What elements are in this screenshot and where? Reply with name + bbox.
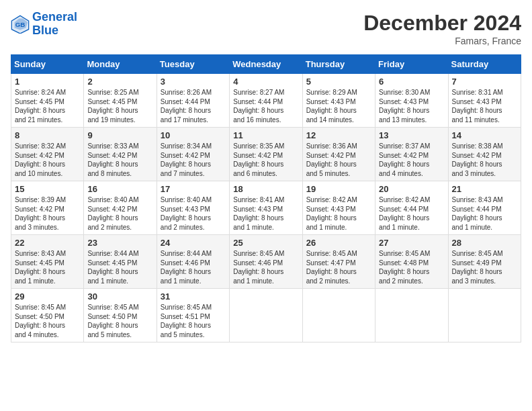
day-header-thursday: Thursday	[302, 55, 375, 74]
day-number: 8	[15, 130, 80, 140]
cell-info: Sunrise: 8:42 AM Sunset: 4:43 PM Dayligh…	[306, 196, 357, 231]
cell-info: Sunrise: 8:45 AM Sunset: 4:46 PM Dayligh…	[233, 250, 284, 285]
calendar-cell: 8Sunrise: 8:32 AM Sunset: 4:42 PM Daylig…	[11, 128, 84, 181]
day-number: 18	[233, 184, 298, 194]
calendar-cell: 18Sunrise: 8:41 AM Sunset: 4:43 PM Dayli…	[230, 181, 302, 235]
day-number: 26	[306, 238, 371, 248]
day-header-sunday: Sunday	[11, 55, 84, 74]
calendar-cell: 20Sunrise: 8:42 AM Sunset: 4:44 PM Dayli…	[375, 181, 448, 235]
calendar-cell	[375, 289, 448, 342]
calendar-cell: 19Sunrise: 8:42 AM Sunset: 4:43 PM Dayli…	[302, 181, 375, 235]
day-number: 16	[87, 184, 152, 194]
location: Famars, France	[363, 36, 521, 46]
day-number: 15	[15, 184, 80, 194]
calendar-cell: 14Sunrise: 8:38 AM Sunset: 4:42 PM Dayli…	[448, 128, 521, 181]
day-number: 7	[452, 77, 517, 87]
cell-info: Sunrise: 8:45 AM Sunset: 4:47 PM Dayligh…	[306, 250, 357, 285]
day-number: 20	[379, 184, 444, 194]
day-number: 19	[306, 184, 371, 194]
calendar-cell: 5Sunrise: 8:29 AM Sunset: 4:43 PM Daylig…	[302, 74, 375, 128]
calendar-cell: 24Sunrise: 8:44 AM Sunset: 4:46 PM Dayli…	[157, 235, 229, 289]
cell-info: Sunrise: 8:39 AM Sunset: 4:42 PM Dayligh…	[15, 196, 66, 231]
cell-info: Sunrise: 8:43 AM Sunset: 4:44 PM Dayligh…	[452, 196, 503, 231]
day-number: 30	[87, 291, 152, 302]
week-row-3: 15Sunrise: 8:39 AM Sunset: 4:42 PM Dayli…	[11, 181, 521, 235]
page-header: GB General Blue December 2024 Famars, Fr…	[11, 11, 521, 46]
calendar-cell: 31Sunrise: 8:45 AM Sunset: 4:51 PM Dayli…	[157, 289, 229, 342]
calendar-cell: 16Sunrise: 8:40 AM Sunset: 4:42 PM Dayli…	[84, 181, 157, 235]
logo-icon: GB	[11, 15, 30, 34]
day-number: 14	[452, 130, 517, 140]
calendar-cell: 1Sunrise: 8:24 AM Sunset: 4:45 PM Daylig…	[11, 74, 84, 128]
calendar-cell: 4Sunrise: 8:27 AM Sunset: 4:44 PM Daylig…	[230, 74, 302, 128]
day-header-tuesday: Tuesday	[157, 55, 229, 74]
week-row-2: 8Sunrise: 8:32 AM Sunset: 4:42 PM Daylig…	[11, 128, 521, 181]
cell-info: Sunrise: 8:32 AM Sunset: 4:42 PM Dayligh…	[15, 142, 66, 177]
day-number: 25	[233, 238, 298, 248]
day-header-saturday: Saturday	[448, 55, 521, 74]
calendar-cell: 21Sunrise: 8:43 AM Sunset: 4:44 PM Dayli…	[448, 181, 521, 235]
calendar-cell: 23Sunrise: 8:44 AM Sunset: 4:45 PM Dayli…	[84, 235, 157, 289]
calendar-cell: 7Sunrise: 8:31 AM Sunset: 4:43 PM Daylig…	[448, 74, 521, 128]
cell-info: Sunrise: 8:42 AM Sunset: 4:44 PM Dayligh…	[379, 196, 430, 231]
day-number: 4	[233, 77, 298, 87]
calendar-table: SundayMondayTuesdayWednesdayThursdayFrid…	[11, 54, 521, 342]
calendar-cell: 10Sunrise: 8:34 AM Sunset: 4:42 PM Dayli…	[157, 128, 229, 181]
calendar-cell: 30Sunrise: 8:45 AM Sunset: 4:50 PM Dayli…	[84, 289, 157, 342]
day-number: 24	[161, 238, 226, 248]
cell-info: Sunrise: 8:45 AM Sunset: 4:51 PM Dayligh…	[161, 304, 212, 338]
days-header-row: SundayMondayTuesdayWednesdayThursdayFrid…	[11, 55, 521, 74]
week-row-5: 29Sunrise: 8:45 AM Sunset: 4:50 PM Dayli…	[11, 289, 521, 342]
day-number: 21	[452, 184, 517, 194]
week-row-1: 1Sunrise: 8:24 AM Sunset: 4:45 PM Daylig…	[11, 74, 521, 128]
day-number: 3	[161, 77, 226, 87]
calendar-cell: 27Sunrise: 8:45 AM Sunset: 4:48 PM Dayli…	[375, 235, 448, 289]
calendar-cell: 22Sunrise: 8:43 AM Sunset: 4:45 PM Dayli…	[11, 235, 84, 289]
week-row-4: 22Sunrise: 8:43 AM Sunset: 4:45 PM Dayli…	[11, 235, 521, 289]
calendar-cell	[448, 289, 521, 342]
day-number: 6	[379, 77, 444, 87]
cell-info: Sunrise: 8:45 AM Sunset: 4:50 PM Dayligh…	[15, 304, 66, 338]
cell-info: Sunrise: 8:40 AM Sunset: 4:43 PM Dayligh…	[161, 196, 212, 231]
day-number: 11	[233, 130, 298, 140]
calendar-cell: 12Sunrise: 8:36 AM Sunset: 4:42 PM Dayli…	[302, 128, 375, 181]
cell-info: Sunrise: 8:38 AM Sunset: 4:42 PM Dayligh…	[452, 142, 503, 177]
cell-info: Sunrise: 8:43 AM Sunset: 4:45 PM Dayligh…	[15, 250, 66, 285]
cell-info: Sunrise: 8:40 AM Sunset: 4:42 PM Dayligh…	[87, 196, 138, 231]
logo: GB General Blue	[11, 11, 77, 38]
day-number: 5	[306, 77, 371, 87]
title-area: December 2024 Famars, France	[363, 11, 521, 46]
cell-info: Sunrise: 8:24 AM Sunset: 4:45 PM Dayligh…	[15, 89, 66, 124]
cell-info: Sunrise: 8:34 AM Sunset: 4:42 PM Dayligh…	[161, 142, 212, 177]
day-number: 22	[15, 238, 80, 248]
calendar-cell: 25Sunrise: 8:45 AM Sunset: 4:46 PM Dayli…	[230, 235, 302, 289]
cell-info: Sunrise: 8:45 AM Sunset: 4:50 PM Dayligh…	[87, 304, 138, 338]
cell-info: Sunrise: 8:37 AM Sunset: 4:42 PM Dayligh…	[379, 142, 430, 177]
day-number: 1	[15, 77, 80, 87]
cell-info: Sunrise: 8:45 AM Sunset: 4:48 PM Dayligh…	[379, 250, 430, 285]
day-number: 2	[87, 77, 152, 87]
logo-text: General Blue	[32, 11, 77, 38]
day-number: 23	[87, 238, 152, 248]
day-number: 29	[15, 291, 80, 302]
day-header-friday: Friday	[375, 55, 448, 74]
cell-info: Sunrise: 8:44 AM Sunset: 4:45 PM Dayligh…	[87, 250, 138, 285]
cell-info: Sunrise: 8:41 AM Sunset: 4:43 PM Dayligh…	[233, 196, 284, 231]
calendar-cell: 11Sunrise: 8:35 AM Sunset: 4:42 PM Dayli…	[230, 128, 302, 181]
cell-info: Sunrise: 8:29 AM Sunset: 4:43 PM Dayligh…	[306, 89, 357, 124]
calendar-cell: 6Sunrise: 8:30 AM Sunset: 4:43 PM Daylig…	[375, 74, 448, 128]
cell-info: Sunrise: 8:30 AM Sunset: 4:43 PM Dayligh…	[379, 89, 430, 124]
month-title: December 2024	[363, 11, 521, 36]
calendar-cell: 13Sunrise: 8:37 AM Sunset: 4:42 PM Dayli…	[375, 128, 448, 181]
day-header-monday: Monday	[84, 55, 157, 74]
cell-info: Sunrise: 8:27 AM Sunset: 4:44 PM Dayligh…	[233, 89, 284, 124]
calendar-cell: 9Sunrise: 8:33 AM Sunset: 4:42 PM Daylig…	[84, 128, 157, 181]
cell-info: Sunrise: 8:33 AM Sunset: 4:42 PM Dayligh…	[87, 142, 138, 177]
calendar-cell: 2Sunrise: 8:25 AM Sunset: 4:45 PM Daylig…	[84, 74, 157, 128]
day-header-wednesday: Wednesday	[230, 55, 302, 74]
day-number: 31	[161, 291, 226, 302]
day-number: 10	[161, 130, 226, 140]
day-number: 27	[379, 238, 444, 248]
day-number: 9	[87, 130, 152, 140]
day-number: 13	[379, 130, 444, 140]
